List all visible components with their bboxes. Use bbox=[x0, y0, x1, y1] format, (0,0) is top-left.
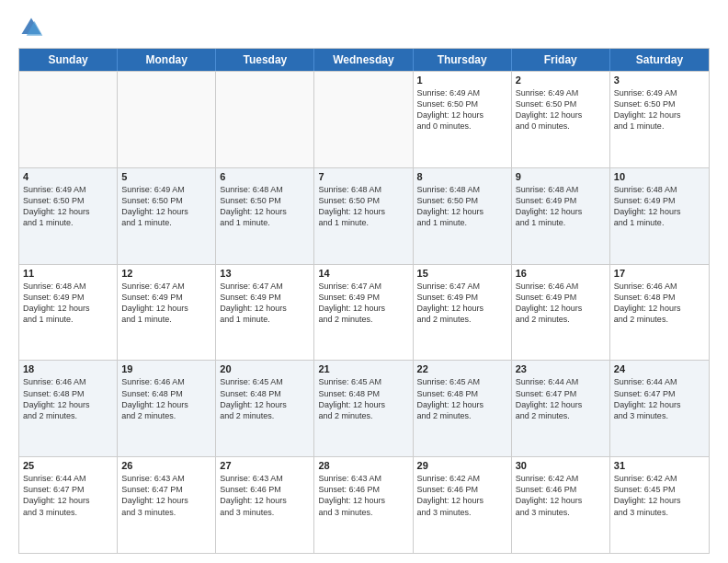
day-info: Sunrise: 6:49 AM Sunset: 6:50 PM Dayligh… bbox=[614, 87, 705, 132]
day-info: Sunrise: 6:48 AM Sunset: 6:50 PM Dayligh… bbox=[318, 184, 408, 229]
day-cell-5: 5Sunrise: 6:49 AM Sunset: 6:50 PM Daylig… bbox=[118, 168, 216, 264]
day-cell-8: 8Sunrise: 6:48 AM Sunset: 6:50 PM Daylig… bbox=[414, 168, 512, 264]
day-cell-11: 11Sunrise: 6:48 AM Sunset: 6:49 PM Dayli… bbox=[19, 265, 118, 361]
day-info: Sunrise: 6:49 AM Sunset: 6:50 PM Dayligh… bbox=[516, 87, 606, 132]
day-info: Sunrise: 6:43 AM Sunset: 6:46 PM Dayligh… bbox=[318, 473, 408, 518]
day-number: 17 bbox=[614, 268, 705, 279]
day-number: 26 bbox=[121, 460, 211, 471]
col-header-wednesday: Wednesday bbox=[314, 49, 413, 71]
day-cell-26: 26Sunrise: 6:43 AM Sunset: 6:47 PM Dayli… bbox=[118, 457, 216, 553]
day-cell-7: 7Sunrise: 6:48 AM Sunset: 6:50 PM Daylig… bbox=[314, 168, 413, 264]
day-info: Sunrise: 6:47 AM Sunset: 6:49 PM Dayligh… bbox=[220, 281, 310, 326]
day-number: 24 bbox=[614, 363, 705, 374]
day-info: Sunrise: 6:42 AM Sunset: 6:45 PM Dayligh… bbox=[614, 473, 705, 518]
col-header-thursday: Thursday bbox=[414, 49, 512, 71]
col-header-friday: Friday bbox=[512, 49, 610, 71]
day-number: 8 bbox=[417, 171, 507, 182]
day-cell-15: 15Sunrise: 6:47 AM Sunset: 6:49 PM Dayli… bbox=[414, 265, 512, 361]
day-number: 11 bbox=[23, 268, 113, 279]
day-cell-1: 1Sunrise: 6:49 AM Sunset: 6:50 PM Daylig… bbox=[414, 72, 512, 167]
day-cell-9: 9Sunrise: 6:48 AM Sunset: 6:49 PM Daylig… bbox=[512, 168, 610, 264]
day-cell-14: 14Sunrise: 6:47 AM Sunset: 6:49 PM Dayli… bbox=[314, 265, 413, 361]
day-info: Sunrise: 6:42 AM Sunset: 6:46 PM Dayligh… bbox=[417, 473, 507, 518]
week-row-4: 18Sunrise: 6:46 AM Sunset: 6:48 PM Dayli… bbox=[19, 360, 709, 456]
day-info: Sunrise: 6:45 AM Sunset: 6:48 PM Dayligh… bbox=[220, 376, 310, 421]
empty-cell bbox=[216, 72, 314, 167]
day-number: 2 bbox=[516, 75, 606, 86]
day-cell-18: 18Sunrise: 6:46 AM Sunset: 6:48 PM Dayli… bbox=[19, 361, 118, 456]
day-cell-4: 4Sunrise: 6:49 AM Sunset: 6:50 PM Daylig… bbox=[19, 168, 118, 264]
day-info: Sunrise: 6:48 AM Sunset: 6:49 PM Dayligh… bbox=[614, 184, 705, 229]
day-info: Sunrise: 6:49 AM Sunset: 6:50 PM Dayligh… bbox=[417, 87, 507, 132]
day-cell-17: 17Sunrise: 6:46 AM Sunset: 6:48 PM Dayli… bbox=[610, 265, 709, 361]
day-number: 14 bbox=[318, 268, 408, 279]
day-number: 29 bbox=[417, 460, 507, 471]
day-number: 3 bbox=[614, 75, 705, 86]
day-cell-19: 19Sunrise: 6:46 AM Sunset: 6:48 PM Dayli… bbox=[118, 361, 216, 456]
day-number: 5 bbox=[121, 171, 211, 182]
calendar: SundayMondayTuesdayWednesdayThursdayFrid… bbox=[18, 48, 710, 554]
logo-icon bbox=[18, 15, 44, 40]
week-row-3: 11Sunrise: 6:48 AM Sunset: 6:49 PM Dayli… bbox=[19, 264, 709, 361]
day-number: 15 bbox=[417, 268, 507, 279]
day-cell-31: 31Sunrise: 6:42 AM Sunset: 6:45 PM Dayli… bbox=[610, 457, 709, 553]
day-number: 27 bbox=[220, 460, 310, 471]
day-cell-22: 22Sunrise: 6:45 AM Sunset: 6:48 PM Dayli… bbox=[414, 361, 512, 456]
day-info: Sunrise: 6:46 AM Sunset: 6:48 PM Dayligh… bbox=[23, 376, 113, 421]
day-info: Sunrise: 6:46 AM Sunset: 6:48 PM Dayligh… bbox=[614, 281, 705, 326]
day-number: 10 bbox=[614, 171, 705, 182]
calendar-body: 1Sunrise: 6:49 AM Sunset: 6:50 PM Daylig… bbox=[19, 71, 709, 553]
day-cell-25: 25Sunrise: 6:44 AM Sunset: 6:47 PM Dayli… bbox=[19, 457, 118, 553]
day-info: Sunrise: 6:45 AM Sunset: 6:48 PM Dayligh… bbox=[318, 376, 408, 421]
week-row-2: 4Sunrise: 6:49 AM Sunset: 6:50 PM Daylig… bbox=[19, 167, 709, 264]
day-number: 19 bbox=[121, 363, 211, 374]
day-cell-23: 23Sunrise: 6:44 AM Sunset: 6:47 PM Dayli… bbox=[512, 361, 610, 456]
day-cell-24: 24Sunrise: 6:44 AM Sunset: 6:47 PM Dayli… bbox=[610, 361, 709, 456]
day-number: 6 bbox=[220, 171, 310, 182]
page: SundayMondayTuesdayWednesdayThursdayFrid… bbox=[0, 0, 728, 563]
empty-cell bbox=[19, 72, 118, 167]
day-cell-12: 12Sunrise: 6:47 AM Sunset: 6:49 PM Dayli… bbox=[118, 265, 216, 361]
day-info: Sunrise: 6:45 AM Sunset: 6:48 PM Dayligh… bbox=[417, 376, 507, 421]
col-header-monday: Monday bbox=[118, 49, 216, 71]
day-info: Sunrise: 6:44 AM Sunset: 6:47 PM Dayligh… bbox=[23, 473, 113, 518]
day-info: Sunrise: 6:47 AM Sunset: 6:49 PM Dayligh… bbox=[417, 281, 507, 326]
day-number: 23 bbox=[516, 363, 606, 374]
day-cell-20: 20Sunrise: 6:45 AM Sunset: 6:48 PM Dayli… bbox=[216, 361, 314, 456]
day-number: 1 bbox=[417, 75, 507, 86]
day-number: 20 bbox=[220, 363, 310, 374]
logo bbox=[18, 15, 48, 40]
day-info: Sunrise: 6:48 AM Sunset: 6:49 PM Dayligh… bbox=[516, 184, 606, 229]
header bbox=[18, 15, 710, 40]
day-info: Sunrise: 6:43 AM Sunset: 6:46 PM Dayligh… bbox=[220, 473, 310, 518]
day-cell-10: 10Sunrise: 6:48 AM Sunset: 6:49 PM Dayli… bbox=[610, 168, 709, 264]
day-cell-30: 30Sunrise: 6:42 AM Sunset: 6:46 PM Dayli… bbox=[512, 457, 610, 553]
day-cell-29: 29Sunrise: 6:42 AM Sunset: 6:46 PM Dayli… bbox=[414, 457, 512, 553]
day-cell-3: 3Sunrise: 6:49 AM Sunset: 6:50 PM Daylig… bbox=[610, 72, 709, 167]
week-row-5: 25Sunrise: 6:44 AM Sunset: 6:47 PM Dayli… bbox=[19, 456, 709, 553]
day-number: 31 bbox=[614, 460, 705, 471]
day-cell-2: 2Sunrise: 6:49 AM Sunset: 6:50 PM Daylig… bbox=[512, 72, 610, 167]
day-number: 13 bbox=[220, 268, 310, 279]
day-info: Sunrise: 6:48 AM Sunset: 6:50 PM Dayligh… bbox=[417, 184, 507, 229]
day-info: Sunrise: 6:46 AM Sunset: 6:48 PM Dayligh… bbox=[121, 376, 211, 421]
day-number: 18 bbox=[23, 363, 113, 374]
day-cell-28: 28Sunrise: 6:43 AM Sunset: 6:46 PM Dayli… bbox=[314, 457, 413, 553]
day-number: 7 bbox=[318, 171, 408, 182]
day-number: 16 bbox=[516, 268, 606, 279]
day-info: Sunrise: 6:42 AM Sunset: 6:46 PM Dayligh… bbox=[516, 473, 606, 518]
day-info: Sunrise: 6:48 AM Sunset: 6:50 PM Dayligh… bbox=[220, 184, 310, 229]
day-info: Sunrise: 6:44 AM Sunset: 6:47 PM Dayligh… bbox=[516, 376, 606, 421]
day-info: Sunrise: 6:48 AM Sunset: 6:49 PM Dayligh… bbox=[23, 281, 113, 326]
day-number: 25 bbox=[23, 460, 113, 471]
empty-cell bbox=[118, 72, 216, 167]
day-number: 30 bbox=[516, 460, 606, 471]
day-number: 22 bbox=[417, 363, 507, 374]
day-info: Sunrise: 6:49 AM Sunset: 6:50 PM Dayligh… bbox=[23, 184, 113, 229]
day-cell-16: 16Sunrise: 6:46 AM Sunset: 6:49 PM Dayli… bbox=[512, 265, 610, 361]
day-info: Sunrise: 6:47 AM Sunset: 6:49 PM Dayligh… bbox=[121, 281, 211, 326]
day-cell-21: 21Sunrise: 6:45 AM Sunset: 6:48 PM Dayli… bbox=[314, 361, 413, 456]
col-header-tuesday: Tuesday bbox=[216, 49, 314, 71]
day-info: Sunrise: 6:44 AM Sunset: 6:47 PM Dayligh… bbox=[614, 376, 705, 421]
day-cell-27: 27Sunrise: 6:43 AM Sunset: 6:46 PM Dayli… bbox=[216, 457, 314, 553]
